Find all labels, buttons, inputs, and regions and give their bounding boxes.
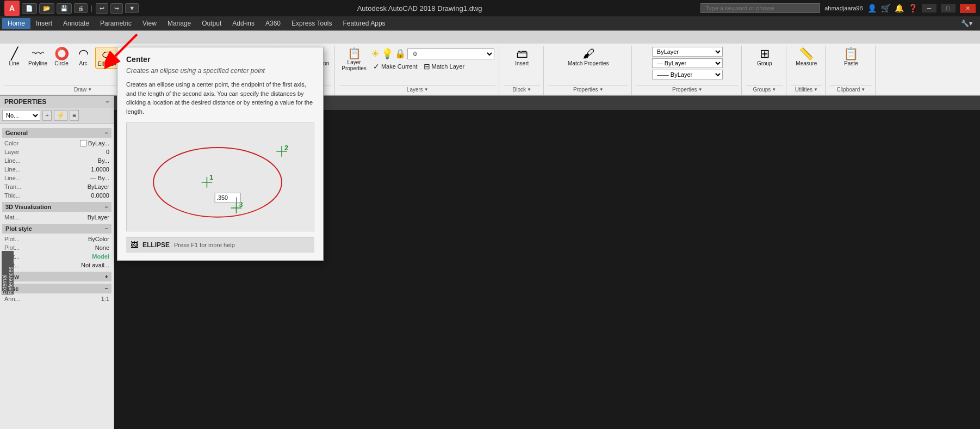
properties-section-label[interactable]: Properties ▼ — [636, 85, 738, 94]
tooltip-illustration: 1 2 3 .350 — [126, 122, 314, 231]
make-current-button[interactable]: ✓ Make Current — [371, 61, 420, 72]
prop-plot-style: Plot... ByColor — [2, 235, 111, 243]
menu-addins[interactable]: Add-ins — [227, 18, 260, 29]
general-collapse: − — [105, 130, 108, 136]
menu-home[interactable]: Home — [2, 18, 30, 29]
insert-button[interactable]: 🗃 Insert — [512, 47, 532, 68]
menu-view[interactable]: View — [137, 18, 162, 29]
properties-collapse[interactable]: − — [106, 98, 109, 106]
maximize-button[interactable]: □ — [941, 4, 956, 13]
group-icon: ⊞ — [760, 48, 770, 60]
search-input[interactable] — [700, 3, 820, 13]
qat-redo[interactable]: ↪ — [110, 3, 123, 14]
general-section-header[interactable]: General − — [2, 128, 111, 138]
tooltip-description: Creates an ellipse using a center point,… — [126, 80, 314, 116]
properties-content: ByLayer — ByLayer —— ByLayer — [652, 47, 723, 85]
properties-group-label[interactable]: Properties ▼ — [548, 85, 628, 94]
circle-label: Circle — [54, 60, 69, 66]
menu-featured[interactable]: Featured Apps — [338, 18, 391, 29]
layers-chevron: ▼ — [424, 87, 429, 92]
menu-extra[interactable]: 🔧▾ — [956, 18, 978, 29]
close-button[interactable]: ✕ — [960, 4, 976, 13]
object-filter-select[interactable]: No... — [2, 110, 40, 121]
make-current-icon: ✓ — [373, 62, 380, 71]
menu-manage[interactable]: Manage — [162, 18, 196, 29]
block-group-label[interactable]: Block ▼ — [504, 85, 540, 94]
circle-button[interactable]: ⭕ Circle — [52, 47, 71, 68]
arc-button[interactable]: ◠ Arc — [73, 47, 93, 68]
help-icon[interactable]: ❓ — [908, 4, 917, 13]
user-icon[interactable]: 👤 — [867, 4, 877, 13]
plot-style-collapse: − — [105, 225, 108, 232]
menu-express[interactable]: Express Tools — [286, 18, 337, 29]
tooltip-subtitle: Creates an ellipse using a specified cen… — [126, 67, 314, 75]
layers-group-label[interactable]: Layers ▼ — [339, 85, 495, 94]
prop-plot-model: Plot... Model — [2, 252, 111, 261]
title-bar-right: ahmadjaara98 👤 🛒 🔔 ❓ ─ □ ✕ — [700, 3, 976, 13]
properties-chevron: ▼ — [599, 87, 604, 92]
minimize-button[interactable]: ─ — [922, 4, 937, 13]
autodesk-logo[interactable]: A — [4, 1, 20, 16]
utilities-group-label[interactable]: Utilities ▼ — [791, 85, 822, 94]
plot-style-label: Plot style — [5, 225, 32, 232]
layers-content: 📋 LayerProperties ☀ 💡 🔒 0 — [339, 47, 495, 85]
utilities-label: Utilities — [795, 87, 812, 93]
qat-open[interactable]: 📂 — [39, 3, 54, 14]
insert-icon: 🗃 — [516, 48, 528, 60]
plot-style-section-header[interactable]: Plot style − — [2, 224, 111, 234]
measure-button[interactable]: 📏 Measure — [793, 47, 819, 68]
match-layer-button[interactable]: ⊟ Match Layer — [421, 61, 467, 72]
layer-select[interactable]: 0 — [407, 48, 494, 59]
ribbon-group-properties: ByLayer — ByLayer —— ByLayer Properties … — [633, 46, 742, 95]
quick-select-button[interactable]: ⚡ — [54, 110, 67, 121]
external-references-tab[interactable]: External References — [2, 251, 14, 295]
paste-button[interactable]: 📋 Paste — [841, 47, 861, 68]
ribbon-group-utilities: 📏 Measure Utilities ▼ — [787, 46, 826, 95]
layer-properties-button[interactable]: 📋 LayerProperties — [339, 47, 369, 72]
linetype-select[interactable]: — ByLayer — [652, 58, 723, 68]
layers-label: Layers — [407, 87, 423, 93]
view-section-header[interactable]: View + — [2, 272, 111, 281]
match-properties-button[interactable]: 🖌 Match Properties — [566, 47, 611, 68]
properties-section-text: Properties — [672, 87, 697, 93]
ellipse-button[interactable]: ⬭ Ellipse▾ — [95, 47, 119, 69]
filter2-button[interactable]: ≡ — [70, 110, 79, 121]
groups-content: ⊞ Group — [755, 47, 774, 85]
lineweight-select[interactable]: —— ByLayer — [652, 70, 723, 79]
prop-plot-lineweight: Plot... None — [2, 243, 111, 252]
group-button[interactable]: ⊞ Group — [755, 47, 774, 68]
qat-save[interactable]: 💾 — [57, 3, 72, 14]
line-button[interactable]: ╱ Line — [4, 47, 24, 68]
menu-insert[interactable]: Insert — [30, 18, 58, 29]
ellipse-footer-icon: 🖼 — [131, 241, 138, 249]
prop-linetype: Line... By... — [2, 156, 111, 165]
insert-label: Insert — [515, 60, 529, 66]
menu-a360[interactable]: A360 — [260, 18, 286, 29]
clipboard-group-label[interactable]: Clipboard ▼ — [830, 85, 872, 94]
notification-icon[interactable]: 🔔 — [895, 4, 904, 13]
light-bulb-icon: 💡 — [381, 48, 393, 60]
menu-parametric[interactable]: Parametric — [95, 18, 137, 29]
tooltip-cmd-name: ELLIPSE — [142, 241, 170, 249]
prop-layer: Layer 0 — [2, 148, 111, 156]
polyline-button[interactable]: 〰 Polyline — [26, 47, 49, 68]
color-swatch — [80, 140, 86, 146]
3d-viz-section-header[interactable]: 3D Visualization − — [2, 202, 111, 212]
misc-section-header[interactable]: Misc − — [2, 284, 111, 293]
color-select[interactable]: ByLayer — [652, 47, 723, 57]
qat-undo[interactable]: ↩ — [96, 3, 108, 14]
layer-properties-icon: 📋 — [348, 48, 361, 59]
groups-group-label[interactable]: Groups ▼ — [746, 85, 783, 94]
menu-output[interactable]: Output — [196, 18, 227, 29]
qat-dropdown[interactable]: ▼ — [125, 3, 139, 13]
clipboard-label: Clipboard — [836, 87, 860, 93]
tooltip-popup: Center Creates an ellipse using a specif… — [117, 47, 324, 261]
ribbon-tabs — [0, 30, 980, 44]
qat-new[interactable]: 📄 — [22, 3, 37, 14]
add-property-button[interactable]: + — [42, 110, 52, 121]
menu-annotate[interactable]: Annotate — [58, 18, 95, 29]
app-title: Autodesk AutoCAD 2018 Drawing1.dwg — [357, 4, 482, 13]
cart-icon[interactable]: 🛒 — [881, 4, 890, 13]
qat-plot[interactable]: 🖨 — [74, 3, 88, 13]
ellipse-icon: ⬭ — [102, 48, 113, 60]
